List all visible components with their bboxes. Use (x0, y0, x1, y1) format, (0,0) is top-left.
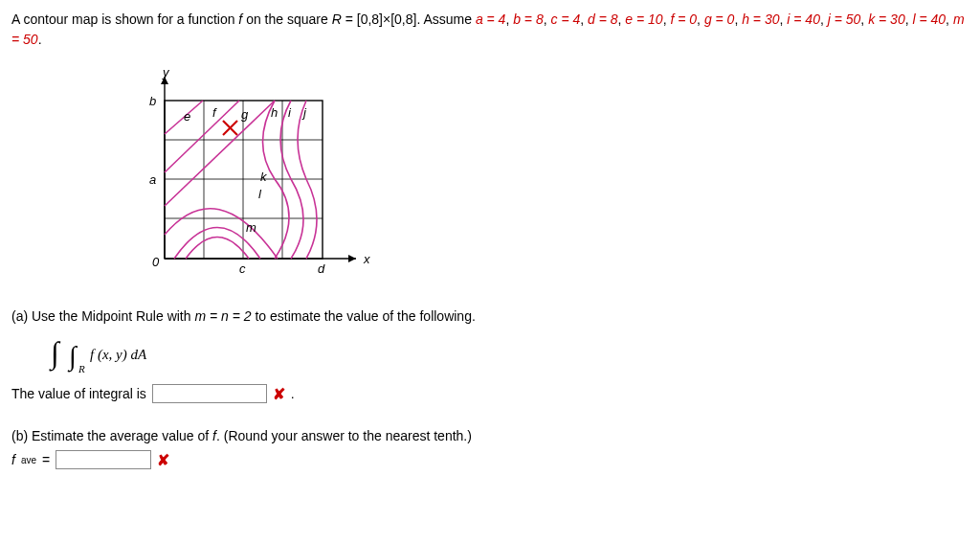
intro-pre1: A contour map is shown for a function (11, 11, 238, 27)
part-a-answer-post: . (291, 386, 295, 401)
intro-h: h = 30 (742, 11, 779, 27)
part-a-prompt2: to estimate the value of the following. (252, 308, 476, 324)
part-a-answer-input[interactable] (152, 384, 267, 403)
incorrect-icon: ✘ (157, 451, 169, 469)
intro-R: R (332, 11, 342, 27)
intro-i: i = 40 (787, 11, 820, 27)
tick-c: c (239, 261, 246, 276)
contour-k: k (260, 170, 267, 184)
intro-text: A contour map is shown for a function f … (11, 10, 969, 50)
part-b-answer-row: fave = ✘ (11, 450, 969, 469)
integral-fxy: f (x, y) dA (90, 347, 147, 363)
part-a-answer-row: The value of integral is ✘ . (11, 384, 969, 403)
contour-l: l (258, 187, 261, 201)
figure: y x b a 0 c d e f g h i j k l m (126, 67, 969, 287)
x-axis-label: x (364, 252, 370, 266)
intro-end: . (38, 32, 42, 47)
fave-eq: = (42, 452, 50, 467)
fave-f: f (11, 452, 15, 467)
incorrect-icon: ✘ (273, 385, 285, 403)
fave-sub: ave (21, 455, 36, 465)
intro-c: c = 4 (551, 11, 581, 27)
intro-g: g = 0 (704, 11, 735, 27)
contour-g: g (241, 107, 248, 122)
part-a-answer-pre: The value of integral is (11, 386, 146, 401)
intro-k: k = 30 (868, 11, 905, 27)
part-a: (a) Use the Midpoint Rule with m = n = 2… (11, 305, 969, 329)
part-b: (b) Estimate the average value of f. (Ro… (11, 424, 969, 448)
svg-line-12 (165, 101, 239, 172)
svg-text:∫: ∫ (49, 335, 61, 372)
part-b-prompt2: . (Round your answer to the nearest tent… (216, 428, 472, 443)
intro-fv: f = 0 (670, 11, 697, 27)
sep12: , (946, 11, 953, 27)
contour-j: j (303, 105, 306, 120)
intro-j: j = 50 (828, 11, 861, 27)
sep10: , (860, 11, 868, 27)
contour-f: f (212, 105, 216, 120)
integral-expression: ∫ ∫ R f (x, y) dA (46, 332, 969, 376)
tick-a: a (149, 172, 156, 187)
sep9: , (820, 11, 828, 27)
part-a-mn: m = n = 2 (194, 308, 251, 324)
intro-e: e = 10 (625, 11, 662, 27)
contour-m: m (246, 220, 256, 235)
svg-text:∫: ∫ (67, 341, 78, 373)
sep3: , (580, 11, 588, 27)
part-b-answer-input[interactable] (56, 450, 151, 469)
intro-l: l = 40 (912, 11, 946, 27)
integral-R: R (78, 363, 85, 374)
part-b-prompt1: (b) Estimate the average value of (11, 428, 212, 443)
svg-marker-2 (348, 255, 356, 262)
contour-h: h (271, 105, 278, 120)
sep2: , (544, 11, 551, 27)
tick-b: b (149, 94, 156, 108)
origin-label: 0 (152, 255, 159, 269)
intro-b: b = 8 (513, 11, 544, 27)
intro-a: a = 4 (476, 11, 506, 27)
part-a-prompt1: (a) Use the Midpoint Rule with (11, 308, 194, 324)
sep6: , (697, 11, 704, 27)
contour-plot-svg (126, 67, 385, 287)
intro-pre2: on the square (242, 11, 331, 27)
contour-i: i (288, 105, 291, 120)
tick-d: d (318, 261, 324, 276)
contour-e: e (184, 109, 190, 124)
intro-pre3: = [0,8]×[0,8]. Assume (342, 11, 476, 27)
y-axis-label: y (163, 65, 169, 79)
intro-d: d = 8 (588, 11, 618, 27)
